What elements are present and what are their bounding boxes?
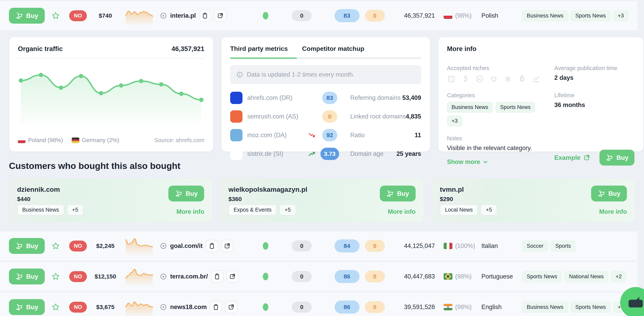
domain-link[interactable]: terra.com.br/	[170, 273, 208, 280]
external-link-icon	[228, 304, 234, 311]
more-info-link[interactable]: More info	[388, 208, 416, 215]
status-dot	[263, 242, 268, 250]
lifetime-value: 36 months	[554, 101, 635, 109]
metric-score-badge: 83	[322, 92, 337, 104]
loans-dollar-icon	[461, 75, 470, 83]
card-title: More info	[447, 45, 476, 53]
more-info-card: More info Accepted niches	[438, 37, 644, 152]
language: Italian	[482, 242, 520, 250]
count-badge-orange: 0	[365, 301, 385, 313]
dr-badge: 86	[334, 270, 360, 283]
buy-button[interactable]: Buy	[168, 186, 204, 201]
metric-provider-logo	[230, 129, 242, 141]
open-external-button[interactable]	[225, 301, 237, 313]
traffic-sparkline	[124, 237, 154, 255]
country-share-label: Germany (2%)	[82, 137, 120, 144]
buy-button[interactable]: Buy	[9, 269, 45, 285]
more-tags-badge[interactable]: +5	[280, 204, 296, 215]
more-tags-badge[interactable]: +5	[480, 204, 497, 215]
suggestion-price: $290	[440, 196, 497, 202]
suggestion-domain[interactable]: wielkopolskamagazyn.pl	[228, 186, 307, 193]
example-link[interactable]: Example	[554, 154, 590, 161]
category-tag: Local News	[440, 204, 478, 215]
buy-button[interactable]: Buy	[591, 186, 627, 201]
language: English	[482, 304, 520, 311]
tab-third-party-metrics[interactable]: Third party metrics	[230, 45, 288, 52]
copy-button[interactable]	[199, 9, 211, 22]
more-info-link[interactable]: More info	[176, 208, 204, 215]
category-tag: Sports	[551, 241, 576, 252]
category-tag: Soccer	[522, 241, 548, 252]
count-badge-orange: 0	[365, 240, 385, 252]
domain-link[interactable]: interia.pl	[170, 12, 196, 19]
organic-traffic-card: Organic traffic 46,357,921 Poland (98%) …	[9, 37, 213, 152]
cart-plus-icon	[16, 273, 24, 281]
buy-button[interactable]: Buy	[9, 8, 45, 24]
suggestion-price: $440	[17, 196, 83, 202]
copy-button[interactable]	[206, 240, 218, 252]
avg-publication-label: Average publication time	[554, 65, 635, 71]
suggestion-domain[interactable]: tvmn.pl	[440, 186, 497, 193]
external-link-icon	[224, 243, 230, 249]
metric-provider-name: ahrefs.com (DR)	[247, 94, 307, 101]
traffic-sparkline	[124, 6, 154, 25]
notes-value: Visible in the relevant category.	[447, 145, 544, 152]
country-flag	[444, 12, 452, 19]
metric-label: Referring domains	[350, 94, 402, 101]
suggestion-domain[interactable]: dziennik.com	[17, 186, 83, 193]
buy-button[interactable]: Buy	[380, 186, 416, 201]
open-external-button[interactable]	[221, 240, 233, 252]
metric-provider-logo	[230, 148, 242, 160]
open-external-button[interactable]	[214, 9, 226, 22]
favorite-star-icon[interactable]	[52, 242, 60, 250]
more-tags-badge[interactable]: +3	[613, 10, 628, 21]
active-tab-indicator	[230, 58, 297, 59]
country-flag	[444, 243, 452, 249]
adult-18-icon: 18+	[475, 75, 484, 83]
more-tags-badge[interactable]: +3	[447, 116, 462, 127]
category-tag: Sports News	[522, 271, 562, 282]
clipboard-icon	[212, 304, 219, 311]
metric-row: semrush.com (AS) 0 Linked root domains 4…	[230, 108, 421, 125]
cart-plus-icon	[16, 12, 24, 20]
country-percent: (98%)	[455, 304, 472, 311]
notes-label: Notes	[447, 135, 544, 142]
listing-rows-container: Buy NO $2,245 goal.com/it	[0, 231, 638, 316]
category-tag: Business News	[447, 102, 493, 113]
cart-plus-icon	[598, 189, 606, 197]
domain-link[interactable]: news18.com	[170, 304, 207, 311]
more-tags-badge[interactable]: +5	[67, 204, 84, 215]
more-tags-badge[interactable]: +2	[611, 271, 626, 282]
third-party-metrics-card: Third party metrics Competitor matchup D…	[221, 37, 430, 152]
cart-plus-icon	[606, 154, 614, 161]
buy-button[interactable]: Buy	[9, 299, 45, 315]
show-more-button[interactable]: Show more	[447, 158, 488, 165]
favorite-star-icon[interactable]	[52, 303, 60, 311]
buy-button[interactable]: Buy	[9, 238, 45, 254]
copy-button[interactable]	[211, 270, 223, 283]
favorite-star-icon[interactable]	[52, 272, 60, 281]
more-info-link[interactable]: More info	[599, 208, 627, 215]
country-percent: (98%)	[455, 273, 472, 280]
external-link-icon	[229, 273, 236, 280]
category-tag: Business News	[522, 10, 568, 21]
dr-badge: 83	[334, 9, 360, 22]
price: $740	[90, 12, 120, 19]
count-badge-gray: 0	[292, 10, 312, 21]
count-badge-gray: 0	[292, 302, 312, 313]
cart-plus-icon	[16, 242, 24, 250]
eye-icon	[160, 242, 167, 250]
buy-button[interactable]: Buy	[600, 150, 634, 165]
category-tag: Business News	[522, 302, 568, 313]
domain-link[interactable]: goal.com/it	[170, 242, 203, 250]
trading-chart-icon	[532, 75, 540, 83]
open-external-button[interactable]	[226, 270, 238, 283]
favorite-star-icon[interactable]	[52, 11, 60, 20]
casino-dice-icon	[447, 75, 456, 83]
copy-button[interactable]	[210, 301, 222, 313]
metric-provider-logo	[230, 92, 242, 104]
country-flag	[444, 304, 452, 310]
traffic-sparkline	[124, 267, 154, 286]
language: Polish	[482, 12, 520, 19]
tab-competitor-matchup[interactable]: Competitor matchup	[302, 45, 364, 52]
